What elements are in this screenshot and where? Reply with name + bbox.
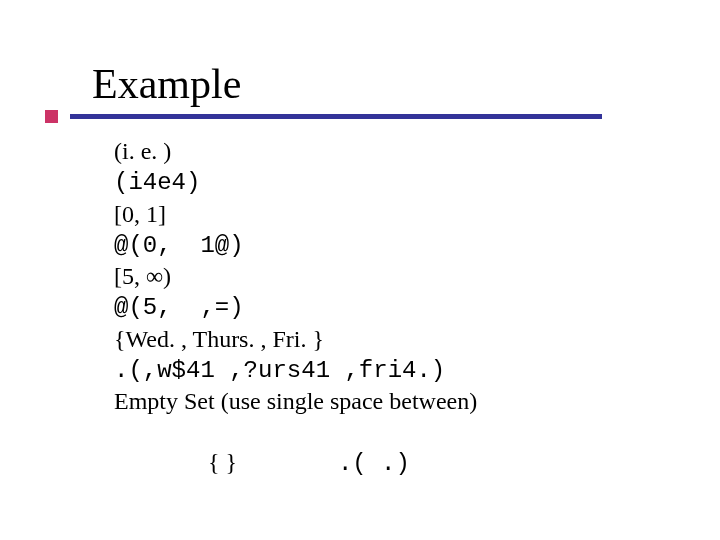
underline-accent-box [45,110,58,123]
slide-body: (i. e. ) (i4e4) [0, 1] @(0, 1@) [5, ∞) @… [92,137,720,507]
example-label-1: (i. e. ) [114,137,720,166]
example-spacer-5 [237,450,338,477]
example-label-2: [0, 1] [114,200,720,229]
example-code-5: .( .) [338,450,410,477]
example-code-1: (i4e4) [114,168,720,197]
slide-title: Example [92,60,720,108]
example-code-3: @(5, ,=) [114,293,720,322]
example-braces-5: { } [208,449,237,475]
example-code-4: .(,w$41 ,?urs41 ,fri4.) [114,356,720,385]
example-label-4: {Wed. , Thurs. , Fri. } [114,325,720,354]
example-code-2: @(0, 1@) [114,231,720,260]
underline-bar [70,114,602,119]
title-underline [42,114,602,119]
slide: Example (i. e. ) (i4e4) [0, 1] @(0, 1@) … [0,0,720,540]
example-label-3: [5, ∞) [114,262,720,291]
example-label-5: Empty Set (use single space between) [114,387,720,416]
example-row-5: { } .( .) [114,418,720,507]
